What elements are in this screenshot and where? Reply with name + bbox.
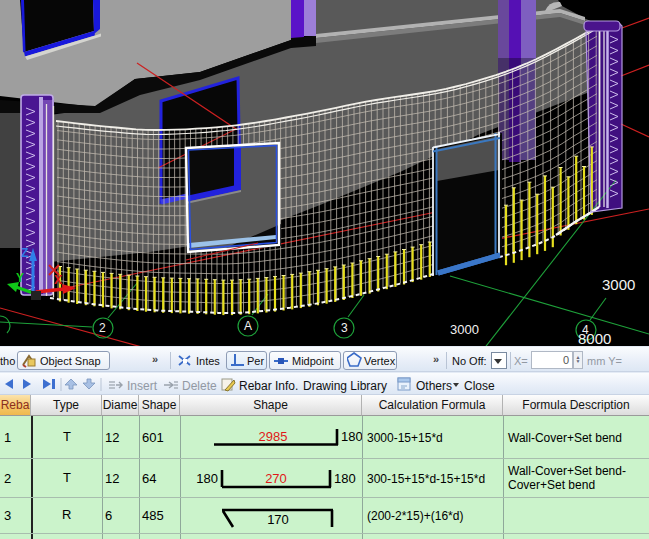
svg-text:3: 3 [341,321,348,335]
svg-text:Y: Y [16,271,24,285]
svg-text:A: A [244,319,252,333]
svg-text:2: 2 [99,321,106,335]
svg-text:180: 180 [334,471,356,486]
svg-text:3000: 3000 [602,276,635,293]
svg-text:180: 180 [196,471,218,486]
svg-text:3000: 3000 [450,322,479,337]
svg-text:8000: 8000 [578,330,611,346]
svg-text:170: 170 [267,512,289,527]
svg-text:X: X [54,273,62,287]
svg-text:180: 180 [341,429,362,444]
svg-text:2985: 2985 [259,429,288,444]
svg-text:270: 270 [265,471,287,486]
svg-text:Z: Z [21,246,28,260]
